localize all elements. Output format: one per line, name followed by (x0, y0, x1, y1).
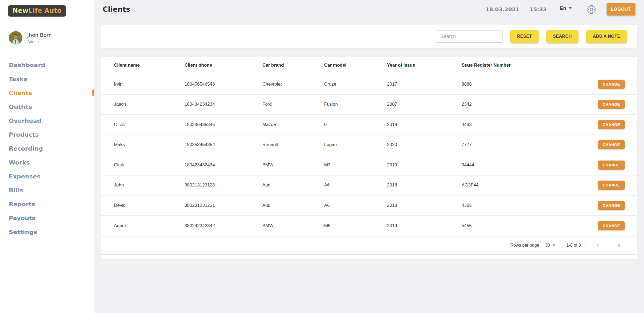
table-row: Adam 380242342342 BMW M5 2019 5455 CHANG… (101, 216, 637, 236)
brand-logo-prefix: New (13, 7, 28, 14)
cell-year-of-issue: 2017 (387, 82, 462, 87)
column-header-car-model: Car model (324, 63, 387, 68)
sidebar-item-expenses[interactable]: Expenses (0, 169, 94, 183)
language-select[interactable]: En (559, 5, 573, 14)
sidebar-item-tasks[interactable]: Tasks (0, 72, 94, 86)
sidebar-item-recording[interactable]: Recording (0, 142, 94, 155)
active-indicator (92, 89, 94, 97)
page-title: Clients (103, 5, 130, 13)
sidebar-item-dashboard[interactable]: Dashboard (0, 58, 94, 72)
cell-client-phone: 380213123123 (185, 182, 262, 188)
previous-page-button[interactable] (595, 242, 601, 248)
cell-client-name: Maks (114, 142, 185, 147)
column-header-client-phone: Client phone (185, 63, 262, 68)
cell-car-model: Logan (324, 142, 387, 147)
change-button[interactable]: CHANGE (598, 181, 625, 190)
cell-car-brand: Audi (262, 203, 324, 208)
table-row: John 380213123123 Audi A6 2018 AG3F44 CH… (101, 175, 637, 196)
search-input[interactable] (436, 30, 503, 43)
top-bar: Clients 18.03.2021 15:33 En LOGOUT (101, 0, 637, 19)
search-toolbar: RESET SEARCH ADD A NOTE (101, 25, 637, 48)
cell-client-name: Devid (114, 203, 185, 208)
change-button[interactable]: CHANGE (598, 221, 625, 230)
sidebar-nav: Dashboard Tasks Clients Outfits Overhead… (0, 58, 94, 239)
chevron-right-icon (616, 242, 622, 248)
next-page-button[interactable] (616, 242, 622, 248)
cell-year-of-issue: 2019 (387, 162, 462, 168)
cell-year-of-issue: 2019 (387, 122, 462, 127)
table-row: Jason 180434234234 Ford Fusion 2007 2342… (101, 95, 637, 115)
search-button[interactable]: SEARCH (546, 30, 578, 43)
cell-car-brand: BMW (262, 162, 324, 168)
cell-client-name: Oliver (114, 122, 185, 127)
change-button[interactable]: CHANGE (598, 80, 625, 89)
settings-button[interactable] (586, 5, 596, 14)
main-content: Clients 18.03.2021 15:33 En LOGOUT RESET… (94, 0, 644, 313)
logout-button[interactable]: LOGOUT (607, 3, 635, 16)
change-button[interactable]: CHANGE (598, 201, 625, 210)
cell-car-model: 6 (324, 122, 387, 127)
sidebar-item-payouts[interactable]: Payouts (0, 211, 94, 225)
pagination-bar: Rows per page 30 1-8 of 8 (101, 236, 637, 255)
user-avatar (9, 31, 22, 45)
cell-state-register-number: 7777 (462, 142, 585, 147)
table-row: Oliver 180346435345 Mazda 6 2019 4433 CH… (101, 115, 637, 135)
person-avatar-icon (9, 31, 22, 45)
sidebar-item-bills[interactable]: Bills (0, 183, 94, 197)
cell-client-phone: 180353454354 (185, 142, 262, 147)
change-button[interactable]: CHANGE (598, 140, 625, 149)
change-button[interactable]: CHANGE (598, 161, 625, 170)
cell-car-brand: Mazda (262, 122, 324, 127)
sidebar-item-settings[interactable]: Settings (0, 225, 94, 239)
cell-client-name: Irvin (114, 82, 185, 87)
user-name: Jhon Born (27, 32, 52, 38)
table-row: Clark 180423432434 BMW M3 2019 34444 CHA… (101, 155, 637, 175)
cell-client-phone: 380242342342 (185, 223, 262, 228)
rows-per-page-label: Rows per page (510, 243, 539, 248)
sidebar-item-reports[interactable]: Reports (0, 197, 94, 211)
chevron-left-icon (595, 242, 601, 248)
sidebar-item-clients[interactable]: Clients (0, 86, 94, 100)
sidebar-item-label: Clients (9, 90, 32, 96)
table-row: Maks 180353454354 Renault Logan 2020 777… (101, 135, 637, 155)
reset-button[interactable]: RESET (510, 30, 538, 43)
cell-state-register-number: 5455 (462, 223, 585, 228)
rows-per-page-value: 30 (545, 243, 550, 248)
user-meta: Jhon Born Admin (27, 32, 52, 44)
sidebar-item-products[interactable]: Products (0, 128, 94, 142)
brand-logo-suffix: Life Auto (28, 7, 62, 14)
column-header-car-brand: Car brand (262, 63, 324, 68)
cell-client-name: Adam (114, 223, 185, 228)
cell-car-model: M3 (324, 162, 387, 168)
table-row: Irvin 180456546546 Chevrolet Cruze 2017 … (101, 74, 637, 95)
cell-car-model: Cruze (324, 82, 387, 87)
sidebar-item-overhead[interactable]: Overhead (0, 114, 94, 128)
table-header-row: Client name Client phone Car brand Car m… (101, 57, 637, 74)
user-role: Admin (27, 39, 52, 44)
change-button[interactable]: CHANGE (598, 100, 625, 109)
brand-logo: NewLife Auto (8, 5, 66, 17)
top-bar-right: 18.03.2021 15:33 En LOGOUT (486, 3, 635, 16)
sidebar-item-outfits[interactable]: Outfits (0, 100, 94, 114)
cell-year-of-issue: 2020 (387, 142, 462, 147)
cell-car-brand: Audi (262, 182, 324, 188)
cell-car-brand: Chevrolet (262, 82, 324, 87)
pagination-range: 1-8 of 8 (566, 243, 581, 248)
cell-state-register-number: AG3F44 (462, 182, 585, 188)
rows-per-page-select[interactable]: 30 (545, 243, 555, 248)
cell-state-register-number: 4433 (462, 122, 585, 127)
column-header-state-register-number: State Register Number (462, 63, 585, 68)
cell-state-register-number: 2342 (462, 102, 585, 107)
cell-client-phone: 380231231231 (185, 203, 262, 208)
cell-client-name: John (114, 182, 185, 188)
add-note-button[interactable]: ADD A NOTE (586, 30, 627, 43)
cell-car-model: A6 (324, 182, 387, 188)
sidebar-item-works[interactable]: Works (0, 155, 94, 169)
chevron-down-icon (553, 245, 555, 246)
cell-year-of-issue: 2019 (387, 223, 462, 228)
sidebar: NewLife Auto Jhon Born Admin Dashbo (0, 0, 94, 313)
table-row: Devid 380231231231 Audi A6 2018 4355 CHA… (101, 196, 637, 216)
change-button[interactable]: CHANGE (598, 120, 625, 129)
cell-client-phone: 180423432434 (185, 162, 262, 168)
cell-state-register-number: 34444 (462, 162, 585, 168)
